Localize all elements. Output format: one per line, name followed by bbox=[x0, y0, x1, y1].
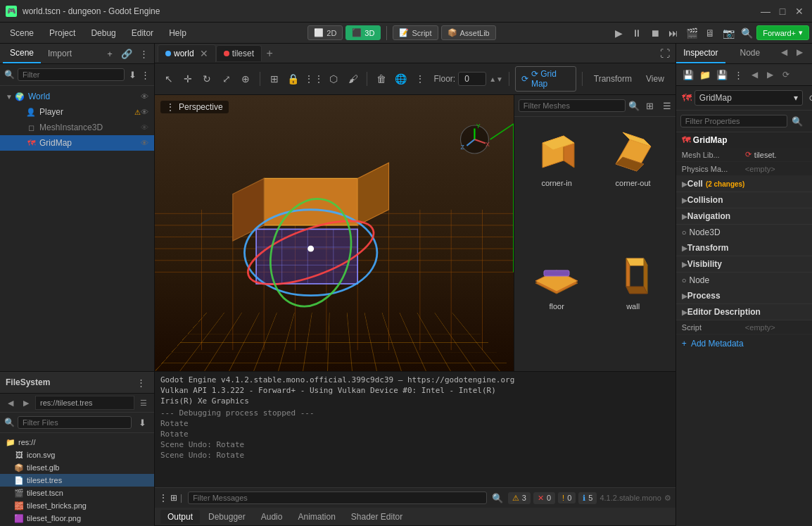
world-tab-close[interactable]: ✕ bbox=[200, 48, 208, 59]
tab-tileset[interactable]: tileset bbox=[216, 45, 262, 61]
tab-import[interactable]: Import bbox=[41, 44, 79, 63]
tab-node[interactable]: Node bbox=[725, 44, 775, 63]
visibility-section-title[interactable]: ▶ Visibility bbox=[676, 256, 812, 272]
tree-item-meshinstance[interactable]: ◻ MeshInstance3D 👁 bbox=[0, 120, 154, 135]
tree-item-player[interactable]: 👤 Player ⚠ 👁 bbox=[0, 104, 154, 120]
view-btn[interactable]: View bbox=[640, 72, 670, 86]
gridmap-btn[interactable]: ⟳ ⟳ Grid Map bbox=[515, 66, 576, 92]
mesh-item-wall[interactable]: wall bbox=[596, 246, 670, 366]
menu-debug[interactable]: Debug bbox=[84, 25, 122, 41]
tab-add-button[interactable]: + bbox=[262, 46, 277, 61]
tab-debugger[interactable]: Debugger bbox=[201, 510, 253, 524]
tree-item-world[interactable]: ▼ 🌍 World 👁 bbox=[0, 89, 154, 104]
maximize-button[interactable]: □ bbox=[775, 4, 789, 18]
mesh-grid-view-btn[interactable]: ⊞ bbox=[642, 98, 658, 113]
fullscreen-button[interactable]: ⛶ bbox=[657, 46, 673, 61]
mesh-search-btn[interactable]: 🔍 bbox=[628, 98, 640, 113]
stop-button[interactable]: ⏹ bbox=[647, 25, 664, 42]
tab-audio[interactable]: Audio bbox=[254, 510, 290, 524]
inspector-fwd-btn[interactable]: ▶ bbox=[793, 45, 807, 59]
add-metadata-button[interactable]: + Add Metadata bbox=[676, 334, 812, 353]
cursor-btn[interactable]: 🌐 bbox=[393, 70, 409, 88]
fs-more-btn[interactable]: ⋮ bbox=[133, 375, 148, 390]
fs-item-res[interactable]: 📁 res:// bbox=[0, 436, 154, 449]
floor-input[interactable] bbox=[458, 72, 486, 86]
menu-help[interactable]: Help bbox=[162, 25, 194, 41]
tab-animation[interactable]: Animation bbox=[291, 510, 342, 524]
inspector-filter-input[interactable] bbox=[680, 115, 787, 127]
collider-btn[interactable]: ⬡ bbox=[326, 70, 342, 88]
inspector-more2-btn[interactable]: ⋮ bbox=[731, 67, 747, 82]
mesh-item-corner-out[interactable]: corner-out bbox=[596, 123, 670, 243]
navigation-section-title[interactable]: ▶ Navigation bbox=[676, 208, 812, 224]
inspector-history-btn[interactable]: ⟳ bbox=[806, 90, 812, 106]
movie-button[interactable]: 🎬 bbox=[683, 25, 700, 42]
tree-item-gridmap[interactable]: 🗺 GridMap 👁 bbox=[0, 135, 154, 151]
transform-section-title[interactable]: ▶ Transform bbox=[676, 240, 812, 256]
more-tools-btn[interactable]: ⋮ bbox=[412, 70, 428, 88]
link-button[interactable]: 🔗 bbox=[119, 46, 134, 61]
editordesc-section-title[interactable]: ▶ Editor Description bbox=[676, 304, 812, 320]
scale-tool[interactable]: ⤢ bbox=[218, 70, 234, 88]
fs-layout-btn[interactable]: ☰ bbox=[137, 396, 150, 409]
remote-button[interactable]: 🔍 bbox=[738, 25, 755, 42]
move-tool[interactable]: ✛ bbox=[179, 70, 196, 88]
erase-btn[interactable]: 🗑 bbox=[373, 70, 389, 88]
inspector-more-btn[interactable]: ⋮ bbox=[808, 45, 812, 61]
inspector-save-btn[interactable]: 💾 bbox=[714, 67, 730, 82]
play-button[interactable]: ▶ bbox=[610, 25, 627, 42]
fs-item-floor[interactable]: 🟪 tileset_floor.png bbox=[0, 512, 154, 525]
transform-btn[interactable]: Transform bbox=[588, 72, 637, 86]
more-button[interactable]: ⋮ bbox=[136, 46, 151, 61]
screen-button[interactable]: 🖥 bbox=[702, 25, 718, 42]
expand-btn[interactable]: ⛶ bbox=[657, 46, 673, 61]
inspector-next-btn[interactable]: ▶ bbox=[763, 68, 778, 82]
player-eye[interactable]: 👁 bbox=[141, 108, 148, 116]
console-filter-input[interactable] bbox=[188, 491, 487, 504]
forward-plus-btn[interactable]: Forward+ ▾ bbox=[756, 25, 809, 40]
meshinstance-eye[interactable]: 👁 bbox=[141, 123, 148, 132]
inspector-filesave-btn[interactable]: 💾 bbox=[680, 67, 696, 82]
rotate-tool[interactable]: ↻ bbox=[199, 70, 215, 88]
btn-3d[interactable]: ⬛ 3D bbox=[345, 25, 381, 40]
mesh-search-input[interactable] bbox=[519, 99, 626, 112]
tab-inspector[interactable]: Inspector bbox=[676, 44, 725, 63]
floor-spin[interactable]: ▲▼ bbox=[489, 75, 503, 83]
world-eye[interactable]: 👁 bbox=[141, 92, 148, 101]
fs-item-tilesettscn[interactable]: 🎬 tileset.tscn bbox=[0, 487, 154, 499]
add-node-button[interactable]: + bbox=[102, 46, 118, 61]
mesh-item-corner-in[interactable]: corner-in bbox=[520, 123, 594, 243]
tab-scene[interactable]: Scene bbox=[3, 44, 41, 63]
fs-back-btn[interactable]: ◀ bbox=[4, 396, 17, 409]
scene-filter-btn[interactable]: ⬇ bbox=[127, 67, 137, 82]
menu-project[interactable]: Project bbox=[42, 25, 82, 41]
mesh-item-floor[interactable]: floor bbox=[520, 246, 594, 366]
cell-section-title[interactable]: ▶ Cell (2 changes) bbox=[676, 176, 812, 192]
camera-button[interactable]: 📷 bbox=[720, 25, 737, 42]
menu-editor[interactable]: Editor bbox=[125, 25, 160, 41]
transform-mode-btn[interactable]: ⊕ bbox=[238, 70, 254, 88]
inspector-dropdown[interactable]: GridMap ▾ bbox=[694, 90, 803, 106]
fs-filter-input[interactable] bbox=[18, 416, 132, 429]
tab-shader-editor[interactable]: Shader Editor bbox=[344, 510, 410, 524]
grid-btn[interactable]: ⋮⋮ bbox=[305, 70, 323, 88]
snap-btn[interactable]: ⊞ bbox=[266, 70, 282, 88]
select-tool[interactable]: ↖ bbox=[160, 70, 177, 88]
fs-item-iconsvg[interactable]: 🖼 icon.svg bbox=[0, 449, 154, 461]
btn-assetlib[interactable]: 📦 AssetLib bbox=[441, 25, 496, 40]
fs-item-tilesetglb[interactable]: 📦 tileset.glb bbox=[0, 461, 154, 474]
inspector-refresh-btn[interactable]: ⟳ bbox=[779, 68, 793, 82]
menu-scene[interactable]: Scene bbox=[3, 25, 41, 41]
mesh-list-view-btn[interactable]: ☰ bbox=[659, 98, 675, 113]
close-button[interactable]: ✕ bbox=[792, 4, 806, 18]
fs-item-tilesetres[interactable]: 📄 tileset.tres bbox=[0, 474, 154, 487]
step-button[interactable]: ⏭ bbox=[665, 25, 682, 42]
fs-filter-btn[interactable]: ⬇ bbox=[134, 415, 150, 430]
inspector-prev-btn[interactable]: ◀ bbox=[748, 68, 762, 82]
console-search-btn[interactable]: 🔍 bbox=[490, 490, 505, 506]
minimize-button[interactable]: — bbox=[759, 4, 773, 18]
pause-button[interactable]: ⏸ bbox=[628, 25, 645, 42]
btn-script[interactable]: 📝 Script bbox=[393, 25, 438, 40]
inspector-back-btn[interactable]: ◀ bbox=[778, 45, 792, 59]
inspector-folder-btn[interactable]: 📁 bbox=[697, 67, 713, 82]
